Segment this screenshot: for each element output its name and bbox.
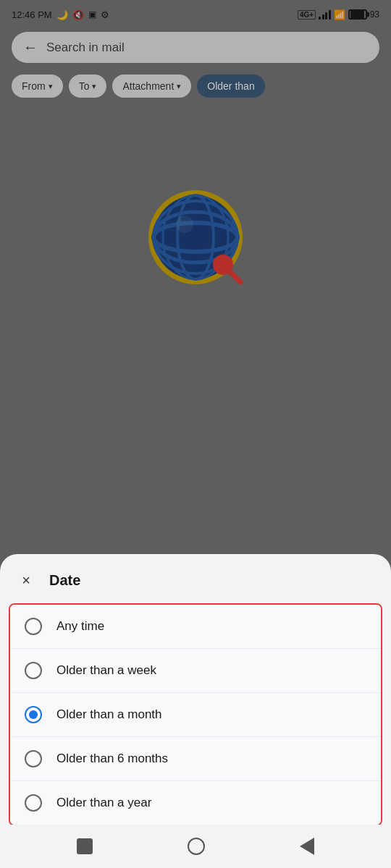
option-older-month[interactable]: Older than a month	[10, 693, 381, 737]
option-older-6months[interactable]: Older than 6 months	[10, 737, 381, 781]
option-older-6months-label: Older than 6 months	[56, 752, 168, 766]
option-older-year-label: Older than a year	[56, 796, 151, 810]
option-any-time[interactable]: Any time	[10, 605, 381, 649]
option-any-time-label: Any time	[56, 619, 104, 634]
nav-recents-icon[interactable]	[77, 838, 93, 854]
bottom-sheet: × Date Any time Older than a week Older …	[0, 554, 391, 868]
nav-home-icon[interactable]	[188, 838, 205, 855]
date-options-container: Any time Older than a week Older than a …	[9, 603, 382, 826]
radio-circle-older-year	[25, 794, 42, 812]
sheet-header: × Date	[0, 569, 391, 603]
option-older-week[interactable]: Older than a week	[10, 649, 381, 693]
option-older-year[interactable]: Older than a year	[10, 781, 381, 825]
nav-back-icon[interactable]	[300, 838, 314, 855]
option-older-week-label: Older than a week	[56, 663, 156, 678]
sheet-title: Date	[49, 572, 80, 589]
radio-circle-older-week	[25, 662, 42, 679]
radio-circle-older-month	[25, 706, 42, 723]
close-button[interactable]: ×	[14, 569, 38, 592]
radio-circle-any-time	[25, 618, 42, 635]
radio-circle-older-6months	[25, 750, 42, 767]
nav-bar	[0, 825, 391, 868]
option-older-month-label: Older than a month	[56, 707, 162, 722]
